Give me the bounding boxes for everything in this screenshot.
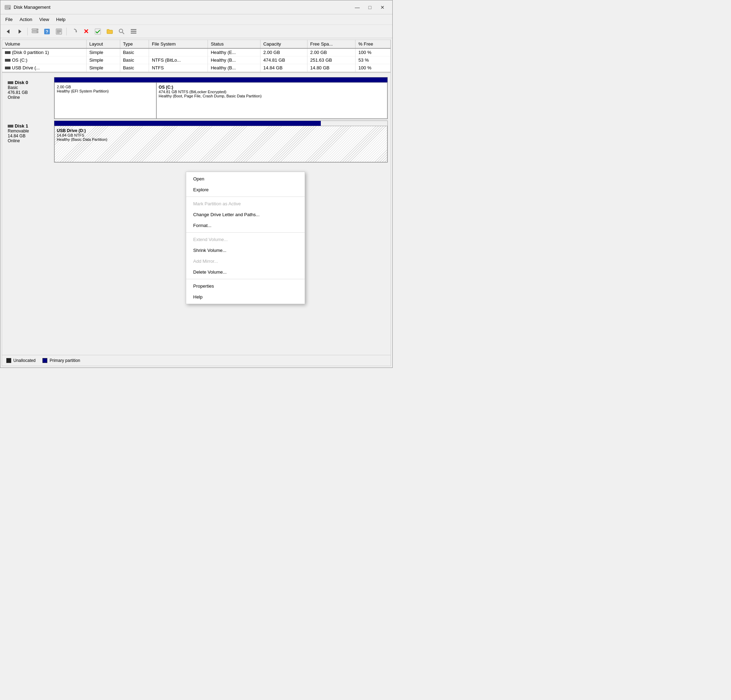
table-cell: 2.00 GB xyxy=(260,48,307,56)
disk-label-1: Disk 1 Removable 14.84 GB Online xyxy=(5,120,54,163)
table-section: Volume Layout Type File System Status Ca… xyxy=(2,40,390,73)
context-menu-item-2: Mark Partition as Active xyxy=(186,198,305,209)
minimize-button[interactable]: — xyxy=(352,3,363,12)
context-menu-item-6[interactable]: Shrink Volume... xyxy=(186,245,305,256)
svg-rect-3 xyxy=(6,7,8,7)
search-button[interactable] xyxy=(116,26,127,37)
cell-volume: OS (C:) xyxy=(2,56,86,64)
partition-0-1[interactable]: OS (C:)474.81 GB NTFS (BitLocker Encrypt… xyxy=(156,82,388,119)
svg-text:?: ? xyxy=(46,29,48,34)
close-button[interactable]: ✕ xyxy=(377,3,388,12)
toolbar: ? ✕ xyxy=(0,25,392,38)
title-bar-controls: — □ ✕ xyxy=(352,3,388,12)
drive-icon xyxy=(5,67,10,69)
partition-size: 474.81 GB NTFS (BitLocker Encrypted) xyxy=(159,90,385,94)
legend-unallocated-label: Unallocated xyxy=(13,358,35,363)
table-row[interactable]: (Disk 0 partition 1)SimpleBasicHealthy (… xyxy=(2,48,390,56)
menu-bar: File Action View Help xyxy=(0,15,392,25)
window-title: Disk Management xyxy=(14,4,50,10)
drive-icon xyxy=(5,59,10,62)
context-menu-item-4[interactable]: Format... xyxy=(186,220,305,231)
forward-button[interactable] xyxy=(15,26,26,37)
menu-view[interactable]: View xyxy=(36,15,53,23)
menu-help[interactable]: Help xyxy=(53,15,69,23)
table-cell: 100 % xyxy=(355,64,390,72)
col-filesystem: File System xyxy=(149,40,208,48)
maximize-button[interactable]: □ xyxy=(364,3,376,12)
svg-point-18 xyxy=(119,29,123,32)
folder-button[interactable] xyxy=(104,26,115,37)
svg-point-9 xyxy=(37,32,38,32)
legend-primary: Primary partition xyxy=(43,358,80,363)
table-cell xyxy=(149,48,208,56)
table-cell: 2.00 GB xyxy=(307,48,355,56)
disk-status: Online xyxy=(8,95,51,100)
partitions-row: USB Drive (D:)14.84 GB NTFSHealthy (Basi… xyxy=(54,126,388,162)
volume-table: Volume Layout Type File System Status Ca… xyxy=(2,40,390,72)
col-free-space: Free Spa... xyxy=(307,40,355,48)
col-capacity: Capacity xyxy=(260,40,307,48)
legend: Unallocated Primary partition xyxy=(2,355,390,366)
svg-marker-4 xyxy=(7,29,9,34)
partition-size: 14.84 GB NTFS xyxy=(57,133,385,137)
disk-name: Disk 0 xyxy=(8,80,51,85)
svg-rect-22 xyxy=(131,32,137,34)
col-status: Status xyxy=(208,40,260,48)
disk-partitions-0: 2.00 GBHealthy (EFI System Partition)OS … xyxy=(54,77,388,119)
partition-0-0[interactable]: 2.00 GBHealthy (EFI System Partition) xyxy=(54,82,156,119)
view-button[interactable] xyxy=(128,26,139,37)
legend-primary-label: Primary partition xyxy=(50,358,80,363)
context-menu-item-5: Extend Volume... xyxy=(186,234,305,245)
legend-unallocated: Unallocated xyxy=(6,358,35,363)
drive-icon xyxy=(5,51,10,54)
table-cell: Simple xyxy=(86,56,120,64)
help-button[interactable]: ? xyxy=(41,26,53,37)
context-menu-item-9[interactable]: Properties xyxy=(186,281,305,291)
disk-list-button[interactable] xyxy=(29,26,41,37)
partition-1-0[interactable]: USB Drive (D:)14.84 GB NTFSHealthy (Basi… xyxy=(54,126,388,162)
table-header-row: Volume Layout Type File System Status Ca… xyxy=(2,40,390,48)
table-row[interactable]: OS (C:)SimpleBasicNTFS (BitLo...Healthy … xyxy=(2,56,390,64)
properties-button[interactable] xyxy=(53,26,65,37)
table-cell: 251.63 GB xyxy=(307,56,355,64)
disk-partitions-1: USB Drive (D:)14.84 GB NTFSHealthy (Basi… xyxy=(54,120,388,163)
title-bar: Disk Management — □ ✕ xyxy=(0,0,392,15)
table-cell: Simple xyxy=(86,64,120,72)
toolbar-sep-1 xyxy=(27,28,28,35)
legend-unallocated-box xyxy=(6,358,11,363)
partitions-row: 2.00 GBHealthy (EFI System Partition)OS … xyxy=(54,82,388,119)
svg-rect-15 xyxy=(57,32,60,33)
table-cell: Basic xyxy=(120,48,149,56)
context-menu-separator xyxy=(186,232,305,233)
menu-file[interactable]: File xyxy=(2,15,16,23)
cell-volume: (Disk 0 partition 1) xyxy=(2,48,86,56)
table-cell: Basic xyxy=(120,64,149,72)
context-menu-item-0[interactable]: Open xyxy=(186,173,305,184)
svg-rect-14 xyxy=(57,31,61,32)
context-menu-item-3[interactable]: Change Drive Letter and Paths... xyxy=(186,209,305,220)
disk-status: Online xyxy=(8,138,51,143)
disk-type: Removable xyxy=(8,129,51,133)
cell-volume: USB Drive (... xyxy=(2,64,86,72)
col-pct-free: % Free xyxy=(355,40,390,48)
partition-size: 2.00 GB xyxy=(57,85,154,89)
table-cell: Healthy (B... xyxy=(208,64,260,72)
rescan-button[interactable] xyxy=(68,26,79,37)
disk-icon xyxy=(8,81,13,84)
menu-action[interactable]: Action xyxy=(16,15,36,23)
partition-description: Healthy (Boot, Page File, Crash Dump, Ba… xyxy=(159,94,385,98)
partition-label: OS (C:) xyxy=(159,85,385,90)
disk-row-0: Disk 0 Basic 476.81 GB Online 2.00 GBHea… xyxy=(5,77,388,119)
check-button[interactable] xyxy=(92,26,103,37)
svg-marker-5 xyxy=(19,29,21,34)
context-menu-item-10[interactable]: Help xyxy=(186,291,305,302)
back-button[interactable] xyxy=(3,26,14,37)
context-menu-item-1[interactable]: Explore xyxy=(186,184,305,195)
context-menu-item-7: Add Mirror... xyxy=(186,256,305,267)
delete-button[interactable]: ✕ xyxy=(80,26,91,37)
table-row[interactable]: USB Drive (...SimpleBasicNTFSHealthy (B.… xyxy=(2,64,390,72)
disk-management-icon xyxy=(4,4,11,10)
partition-description: Healthy (Basic Data Partition) xyxy=(57,137,385,142)
table-cell: 53 % xyxy=(355,56,390,64)
context-menu-item-8[interactable]: Delete Volume... xyxy=(186,267,305,277)
